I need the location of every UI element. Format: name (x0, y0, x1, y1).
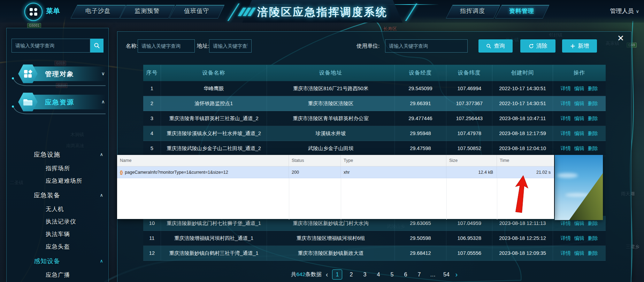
tree-label: 无人机 (46, 205, 64, 213)
next-page-arrow[interactable]: › (455, 271, 458, 279)
page-button-1[interactable]: 1 (332, 269, 342, 280)
delete-link[interactable]: 删除 (588, 85, 598, 92)
page-button-2[interactable]: 2 (346, 270, 356, 279)
sidebar-item-2[interactable]: 应急避难场所 (7, 175, 108, 187)
filter-label-1: 地址: (197, 42, 209, 50)
detail-link[interactable]: 详情 (561, 145, 571, 152)
delete-link[interactable]: 删除 (588, 250, 598, 257)
cell-index: 5 (143, 141, 161, 156)
network-column-size[interactable]: Size (446, 155, 497, 166)
add-button[interactable]: 新增 (562, 39, 597, 53)
delete-link[interactable]: 删除 (588, 100, 598, 107)
tree-label: 应急避难场所 (46, 177, 82, 185)
network-column-type[interactable]: Type (341, 155, 446, 166)
edit-link[interactable]: 编辑 (574, 220, 584, 227)
cell-actions: 详情编辑删除 (553, 111, 606, 126)
folder-icon (23, 97, 33, 107)
sidebar-item-7[interactable]: 应急头盔 (7, 241, 108, 253)
cell-actions: 详情编辑删除 (553, 141, 606, 156)
camera-photo-thumbnail (555, 155, 603, 220)
sidebar-section-8[interactable]: 感知设备∧ (7, 253, 108, 269)
cell-created-time: 2022-10-17 14:30:51 (492, 96, 553, 111)
sidebar-item-6[interactable]: 执法车辆 (7, 228, 108, 241)
top-header: 菜单 电子沙盘监测预警值班值守 涪陵区应急指挥调度系统 指挥调度资料管理 管理人… (0, 0, 644, 23)
sidebar-section-3[interactable]: 应急装备∧ (7, 187, 108, 203)
detail-link[interactable]: 详情 (561, 115, 571, 122)
cell-longitude: 29.47598 (395, 141, 446, 156)
chevron-up-icon[interactable]: ∧ (100, 152, 104, 157)
sidebar-item-5[interactable]: 执法记录仪 (7, 216, 108, 228)
delete-link[interactable]: 删除 (588, 130, 598, 137)
detail-link[interactable]: 详情 (561, 250, 571, 257)
nav-item-2[interactable]: 值班值守 (184, 7, 209, 15)
page-button-7[interactable]: 7 (414, 270, 424, 279)
chevron-up-icon[interactable]: ∧ (100, 193, 104, 198)
nav-item-right-0[interactable]: 指挥调度 (460, 7, 485, 15)
page-button-5[interactable]: 5 (387, 270, 397, 279)
detail-link[interactable]: 详情 (561, 235, 571, 242)
edit-link[interactable]: 编辑 (574, 235, 584, 242)
prev-page-arrow[interactable]: ‹ (326, 271, 328, 279)
column-header-0: 序号 (143, 65, 161, 81)
detail-link[interactable]: 详情 (561, 100, 571, 107)
nav-item-1[interactable]: 监测预警 (135, 7, 160, 15)
filter-input-0[interactable] (138, 39, 195, 53)
filter-input-1[interactable] (209, 39, 252, 53)
chevron-up-icon[interactable]: ∧ (100, 258, 104, 264)
cell-created-time: 2022-10-17 14:30:51 (492, 81, 553, 96)
sidebar-search-input[interactable] (12, 39, 90, 53)
detail-link[interactable]: 详情 (561, 220, 571, 227)
delete-link[interactable]: 删除 (588, 220, 598, 227)
sidebar-group-active[interactable]: 应急资源∧ (18, 95, 106, 109)
sidebar-group-0[interactable]: 管理对象∨ (18, 66, 106, 81)
table-row: 2渝怀铁路监控点1重庆市涪陵区涪陵区29.66391107.3773672022… (143, 96, 606, 111)
clear-button[interactable]: 清除 (520, 39, 555, 53)
edit-link[interactable]: 编辑 (574, 130, 584, 137)
edit-link[interactable]: 编辑 (574, 100, 584, 107)
pagination: 共642条数据‹1234567…54› (117, 269, 631, 280)
page-button-54[interactable]: 54 (442, 270, 451, 279)
cell-device-address: 武陵山乡金子山田坝 (267, 141, 394, 156)
sidebar-tree: 应急设施∧指挥场所应急避难场所应急装备∧无人机执法记录仪执法车辆应急头盔感知设备… (7, 147, 108, 282)
delete-link[interactable]: 删除 (588, 115, 598, 122)
nav-item-0[interactable]: 电子沙盘 (85, 7, 110, 15)
tree-label: 指挥场所 (46, 165, 70, 172)
detail-link[interactable]: 详情 (561, 130, 571, 137)
edit-link[interactable]: 编辑 (574, 250, 584, 257)
network-grid-line (341, 178, 341, 220)
xhr-braces-icon: {} (120, 170, 122, 175)
nav-item-right-1[interactable]: 资料管理 (509, 7, 534, 15)
chevron-up-icon[interactable]: ∧ (101, 99, 105, 104)
detail-link[interactable]: 详情 (561, 85, 571, 92)
menu-button[interactable]: 菜单 (46, 6, 60, 16)
sidebar-item-1[interactable]: 指挥场所 (7, 162, 108, 175)
edit-link[interactable]: 编辑 (574, 115, 584, 122)
network-column-time[interactable]: Time (497, 155, 554, 166)
delete-link[interactable]: 删除 (588, 235, 598, 242)
network-size-cell: 12.4 kB (446, 166, 497, 178)
sidebar-item-4[interactable]: 无人机 (7, 203, 108, 216)
page-button-4[interactable]: 4 (374, 270, 383, 279)
sidebar-section-0[interactable]: 应急设施∧ (7, 147, 108, 162)
tree-label: 感知设备 (34, 257, 60, 265)
page-button-3[interactable]: 3 (360, 270, 369, 279)
cell-latitude: 107.50852 (446, 141, 492, 156)
chevron-down-icon[interactable]: ∨ (101, 71, 105, 76)
network-request-row[interactable]: {} pageCameraInfo?monitorType=1&current=… (117, 166, 554, 178)
photo-cloud (565, 193, 590, 197)
app-logo[interactable] (24, 3, 43, 21)
sidebar-item-9[interactable]: 应急广播 (7, 269, 108, 281)
button-label: 新增 (578, 42, 589, 50)
edit-link[interactable]: 编辑 (574, 85, 584, 92)
network-column-name[interactable]: Name (117, 155, 289, 166)
network-column-status[interactable]: Status (289, 155, 341, 166)
delete-link[interactable]: 删除 (588, 145, 598, 152)
page-button-6[interactable]: 6 (401, 270, 410, 279)
edit-link[interactable]: 编辑 (574, 145, 584, 152)
sidebar-search-button[interactable] (90, 39, 104, 53)
user-menu[interactable]: 管理人员∨ (610, 7, 639, 15)
cell-latitude: 107.256443 (446, 111, 492, 126)
filter-label-2: 使用单位: (356, 42, 380, 50)
filter-input-2[interactable] (385, 39, 468, 53)
query-button[interactable]: 查询 (478, 39, 513, 53)
